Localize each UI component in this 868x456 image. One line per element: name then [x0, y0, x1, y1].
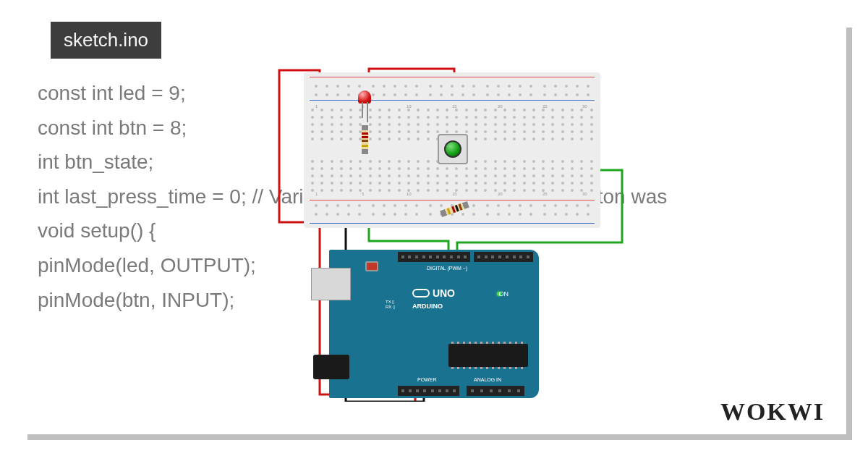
digital-header-left[interactable]	[398, 252, 470, 262]
power-header[interactable]	[398, 386, 459, 396]
txrx-label: TX ▯ RX ▯	[386, 299, 395, 309]
file-tab[interactable]: sketch.ino	[51, 22, 161, 59]
usb-port-icon	[311, 268, 351, 300]
digital-header-right[interactable]	[474, 252, 533, 262]
barrel-jack-icon	[313, 355, 349, 379]
atmega-chip-icon	[448, 344, 528, 367]
button-cap-icon	[444, 140, 461, 158]
wokwi-logo: WOKWI	[720, 398, 825, 426]
led-component[interactable]	[358, 90, 373, 108]
on-label: ON	[499, 290, 509, 297]
arduino-uno[interactable]: UNO ARDUINO ON TX ▯ RX ▯ DIGITAL (PWM ~)…	[329, 250, 539, 398]
reset-button[interactable]	[365, 261, 378, 271]
analog-label: ANALOG IN	[474, 377, 501, 382]
digital-label: DIGITAL (PWM ~)	[427, 266, 467, 271]
arduino-logo-icon: UNO ARDUINO	[412, 287, 455, 311]
led-bulb-icon	[358, 90, 371, 104]
preview-card: sketch.ino const int led = 9; const int …	[22, 22, 846, 434]
circuit-diagram[interactable]: 1 5 10 15 20 25 30 1 5 10 15 20 25 30	[253, 62, 644, 402]
breadboard-top-rail	[310, 78, 595, 103]
push-button[interactable]	[438, 134, 468, 164]
resistor-1[interactable]	[362, 125, 368, 154]
analog-header[interactable]	[467, 386, 524, 396]
power-label: POWER	[417, 377, 436, 382]
